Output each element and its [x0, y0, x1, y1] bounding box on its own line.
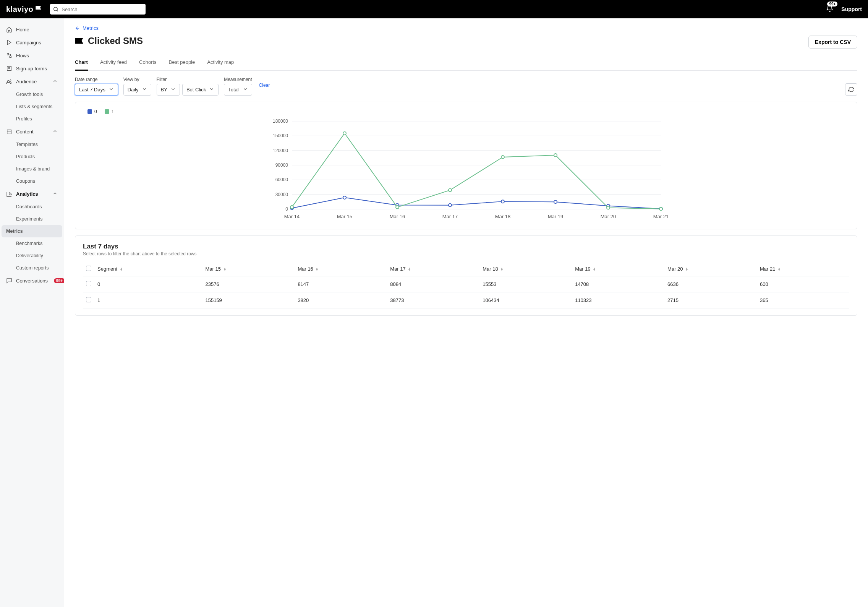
measurement-select[interactable]: Total: [224, 84, 252, 96]
col-date[interactable]: Mar 15 ▴▾: [202, 262, 295, 276]
sidebar-item-home[interactable]: Home: [0, 23, 64, 36]
cell-value: 15553: [479, 276, 572, 292]
metric-flag-icon: [75, 38, 83, 44]
cell-value: 600: [757, 276, 849, 292]
sidebar-item-custom-reports[interactable]: Custom reports: [0, 262, 64, 274]
sidebar-item-label: Analytics: [16, 191, 38, 197]
sidebar-item-dashboards[interactable]: Dashboards: [0, 201, 64, 213]
sidebar-item-growth-tools[interactable]: Growth tools: [0, 88, 64, 101]
legend-item[interactable]: 0: [87, 109, 97, 114]
filter-value-select[interactable]: Bot Click: [182, 84, 219, 96]
col-date[interactable]: Mar 21 ▴▾: [757, 262, 849, 276]
tab-activity-map[interactable]: Activity map: [207, 55, 234, 70]
col-segment[interactable]: Segment ▴▾: [94, 262, 202, 276]
cell-segment: 0: [94, 276, 202, 292]
breadcrumb-back[interactable]: Metrics: [75, 25, 99, 31]
sidebar-item-content[interactable]: Content: [0, 125, 64, 138]
data-table: Segment ▴▾Mar 15 ▴▾Mar 16 ▴▾Mar 17 ▴▾Mar…: [83, 262, 849, 308]
topbar: klaviyo 99+ Support: [0, 0, 868, 18]
tab-chart[interactable]: Chart: [75, 55, 88, 71]
audience-icon: [6, 79, 12, 85]
sidebar-item-images-brand[interactable]: Images & brand: [0, 163, 64, 175]
sidebar-item-experiments[interactable]: Experiments: [0, 213, 64, 225]
support-link[interactable]: Support: [841, 6, 862, 12]
svg-text:0: 0: [285, 206, 288, 212]
svg-point-25: [449, 203, 452, 206]
svg-point-23: [343, 196, 346, 199]
chevron-down-icon: [170, 86, 176, 93]
main-content: Metrics Clicked SMS Export to CSV ChartA…: [64, 18, 868, 607]
svg-text:Mar 16: Mar 16: [390, 214, 405, 219]
chevron-up-icon: [52, 128, 58, 135]
sidebar-item-coupons[interactable]: Coupons: [0, 175, 64, 187]
export-csv-button[interactable]: Export to CSV: [808, 36, 857, 49]
col-date[interactable]: Mar 18 ▴▾: [479, 262, 572, 276]
svg-point-32: [396, 206, 399, 209]
col-date[interactable]: Mar 19 ▴▾: [572, 262, 664, 276]
sidebar-item-profiles[interactable]: Profiles: [0, 113, 64, 125]
cell-segment: 1: [94, 292, 202, 308]
sidebar-item-products[interactable]: Products: [0, 151, 64, 163]
sidebar-item-label: Growth tools: [16, 92, 43, 97]
search-input[interactable]: [50, 4, 146, 15]
sidebar-item-conversations[interactable]: Conversations99+: [0, 274, 64, 287]
line-chart: 0300006000090000120000150000180000Mar 14…: [83, 117, 849, 222]
cell-value: 6636: [664, 276, 757, 292]
filter-label: Filter: [157, 77, 219, 82]
sidebar-item-label: Images & brand: [16, 166, 50, 172]
sidebar-item-label: Benchmarks: [16, 241, 42, 246]
row-checkbox[interactable]: [86, 281, 91, 286]
sidebar-item-deliverability[interactable]: Deliverability: [0, 250, 64, 262]
tab-cohorts[interactable]: Cohorts: [139, 55, 157, 70]
svg-point-37: [659, 207, 662, 210]
refresh-icon: [848, 86, 854, 93]
measurement-label: Measurement: [224, 77, 252, 82]
logo-flag-icon: [36, 6, 41, 10]
col-date[interactable]: Mar 17 ▴▾: [387, 262, 479, 276]
cell-value: 8147: [295, 276, 387, 292]
campaigns-icon: [6, 39, 12, 45]
sidebar-item-audience[interactable]: Audience: [0, 75, 64, 88]
svg-point-34: [501, 156, 504, 159]
logo[interactable]: klaviyo: [6, 5, 41, 14]
legend-swatch: [87, 109, 92, 114]
sidebar-item-lists-segments[interactable]: Lists & segments: [0, 101, 64, 113]
tab-best-people[interactable]: Best people: [169, 55, 195, 70]
filter-by-select[interactable]: BY: [157, 84, 180, 96]
sidebar-item-sign-up-forms[interactable]: Sign-up forms: [0, 62, 64, 75]
notifications-button[interactable]: 99+: [826, 5, 834, 14]
flows-icon: [6, 52, 12, 58]
sidebar-item-flows[interactable]: Flows: [0, 49, 64, 62]
tabs: ChartActivity feedCohortsBest peopleActi…: [75, 55, 857, 71]
legend-swatch: [105, 109, 109, 114]
cell-value: 14708: [572, 276, 664, 292]
sidebar-item-analytics[interactable]: Analytics: [0, 187, 64, 201]
sidebar-item-benchmarks[interactable]: Benchmarks: [0, 237, 64, 250]
svg-text:Mar 20: Mar 20: [601, 214, 616, 219]
sidebar-item-campaigns[interactable]: Campaigns: [0, 36, 64, 49]
svg-point-31: [343, 131, 346, 135]
chart-card: 01 0300006000090000120000150000180000Mar…: [75, 102, 857, 229]
date-range-select[interactable]: Last 7 Days: [75, 84, 118, 96]
svg-text:30000: 30000: [275, 192, 288, 197]
row-checkbox[interactable]: [86, 297, 91, 302]
col-date[interactable]: Mar 20 ▴▾: [664, 262, 757, 276]
select-all-checkbox[interactable]: [86, 266, 91, 271]
tab-activity-feed[interactable]: Activity feed: [100, 55, 127, 70]
view-by-select[interactable]: Daily: [123, 84, 151, 96]
col-date[interactable]: Mar 16 ▴▾: [295, 262, 387, 276]
legend-item[interactable]: 1: [105, 109, 114, 114]
sign-up-forms-icon: [6, 65, 12, 71]
svg-point-27: [554, 200, 557, 203]
sidebar-item-templates[interactable]: Templates: [0, 138, 64, 151]
sidebar-item-metrics[interactable]: Metrics: [2, 225, 62, 237]
svg-point-30: [290, 205, 293, 208]
refresh-button[interactable]: [845, 83, 857, 96]
sidebar-item-label: Conversations: [16, 278, 48, 284]
chart-legend: 01: [83, 109, 849, 114]
svg-text:90000: 90000: [275, 162, 288, 168]
clear-filters-link[interactable]: Clear: [259, 83, 270, 89]
search-wrap: [50, 4, 146, 15]
svg-text:Mar 15: Mar 15: [337, 214, 352, 219]
sidebar-item-label: Custom reports: [16, 265, 49, 271]
